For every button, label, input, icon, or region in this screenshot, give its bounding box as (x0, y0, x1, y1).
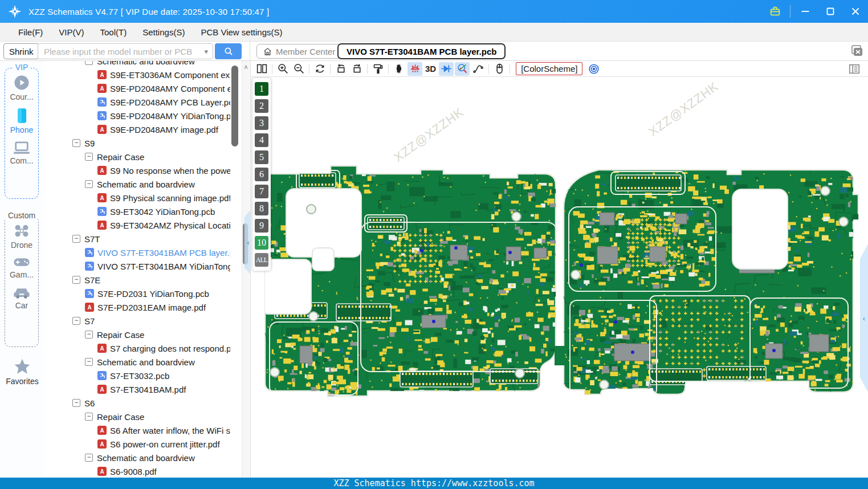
tree-scrollbar-thumb[interactable] (231, 66, 238, 146)
tree-item[interactable]: VIVO S7T-ET3041BAM PCB layer.pc (44, 246, 230, 259)
tree-item[interactable]: AS6-9008.pdf (44, 464, 230, 478)
minimize-button[interactable] (793, 0, 818, 23)
tree-item[interactable]: S9E-PD2048AMY YiDianTong.p (44, 109, 230, 123)
pcb-canvas[interactable]: XZZ@XZZHKXZZ@XZZHKXZZ@XZZHKXZZ@XZZHK (251, 77, 868, 478)
measure-probe-icon[interactable] (455, 62, 470, 76)
split-view-icon[interactable] (254, 62, 269, 76)
active-pcb-tab[interactable]: VIVO S7T-ET3041BAM PCB layer.pcb (337, 43, 506, 59)
tree-item-label: S7 (84, 316, 95, 326)
refresh-view-icon[interactable] (312, 62, 327, 76)
curve-tool-icon[interactable] (471, 62, 486, 76)
tree-item-label: Repair Case (97, 330, 144, 340)
layer-button-6[interactable]: 6 (255, 168, 268, 181)
paint-roller-icon[interactable] (370, 62, 385, 76)
tree-item[interactable]: VIVO S7T-ET3041BAM YiDianTong (44, 259, 230, 273)
menu-item-4[interactable]: PCB View settings(S) (193, 25, 290, 40)
tree-item[interactable]: −Repair Case (44, 328, 230, 341)
rotate-left-icon[interactable] (333, 62, 348, 76)
layer-button-4[interactable]: 4 (255, 133, 268, 147)
app-window: XZZ Schematics V4.77 [ VIP Due date: 202… (0, 0, 868, 489)
tree-item[interactable]: AS7-ET3041BAM.pdf (44, 382, 230, 396)
tree-item[interactable]: −Schematic and boardview (44, 177, 230, 191)
pcb-viewport[interactable]: XZZ@XZZHKXZZ@XZZHKXZZ@XZZHKXZZ@XZZHK 123… (251, 77, 868, 478)
tree-item[interactable]: −S9 (44, 136, 230, 150)
layer-button-1[interactable]: 1 (255, 82, 268, 96)
tree-item[interactable]: AS9 No response when the powe (44, 164, 230, 177)
menu-item-3[interactable]: Settings(S) (135, 25, 193, 40)
color-scheme-button[interactable]: [ColorScheme] (516, 62, 582, 75)
sidebar-item-drone[interactable]: Drone (5, 222, 38, 250)
tree-item[interactable]: AS7 charging does not respond.p (44, 341, 230, 355)
tree-item[interactable]: −Schematic and boardview (44, 61, 230, 68)
tree-item[interactable]: AS9E-PD2048AMY Component e (44, 82, 230, 95)
tree-item-label: S7E-PD2031EAM image.pdf (97, 303, 206, 312)
tree-item[interactable]: S7E-PD2031 YiDianTong.pcb (44, 287, 230, 300)
search-button[interactable] (215, 43, 242, 59)
tree-item[interactable]: AS9 Physical scanning image.pdf (44, 191, 230, 205)
tree-item[interactable]: AS9E-ET3036AM Component exp (44, 68, 230, 82)
member-center-button[interactable]: Member Center (256, 44, 341, 59)
sidebar-item-phone[interactable]: Phone (5, 107, 38, 135)
mouse-settings-icon[interactable] (492, 62, 507, 76)
layer-button-5[interactable]: 5 (255, 150, 268, 164)
tree-item[interactable]: −S7T (44, 232, 230, 246)
tree-item[interactable]: −Schematic and boardview (44, 451, 230, 464)
tree-item[interactable]: AS7E-PD2031EAM image.pdf (44, 300, 230, 314)
collapse-icon: − (85, 61, 93, 65)
sidebar-item-games[interactable]: Gam... (5, 255, 38, 279)
tree-item[interactable]: −S7E (44, 273, 230, 287)
eye-view-icon[interactable] (586, 62, 601, 76)
layer-panel-icon[interactable] (847, 62, 862, 76)
layer-button-2[interactable]: 2 (255, 99, 268, 113)
tree-item[interactable]: S9-ET3042 YiDianTong.pcb (44, 205, 230, 218)
layer-button-7[interactable]: 7 (255, 185, 268, 198)
sidebar-item-computer[interactable]: Com... (5, 140, 38, 165)
search-box[interactable]: ▾ (38, 43, 213, 59)
sidebar-item-favorites[interactable]: Favorites (0, 357, 44, 386)
sidebar-item-courses[interactable]: Cour... (5, 74, 38, 101)
maximize-button[interactable] (818, 0, 843, 23)
zoom-out-icon[interactable] (291, 62, 306, 76)
tree-item[interactable]: S7-ET3032.pcb (44, 369, 230, 382)
close-all-tabs-icon[interactable] (850, 45, 863, 58)
file-tree: −Schematic and boardviewAS9E-ET3036AM Co… (44, 61, 230, 478)
pdf-file-icon: A (97, 467, 107, 476)
tree-item-label: Schematic and boardview (97, 453, 195, 463)
layer-button-10[interactable]: 10 (255, 236, 268, 250)
tree-item[interactable]: −Schematic and boardview (44, 355, 230, 369)
scroll-up-arrow-icon[interactable]: ∧ (242, 63, 250, 71)
tree-item[interactable]: AS9E-PD2048AMY image.pdf (44, 123, 230, 136)
diode-direction-icon[interactable] (439, 62, 454, 76)
search-input[interactable] (38, 47, 204, 56)
tree-item[interactable]: S9E-PD2048AMY PCB Layer.pcb (44, 95, 230, 109)
collapse-icon: − (85, 331, 93, 339)
license-icon[interactable] (763, 0, 788, 23)
pdf-file-icon: A (97, 385, 107, 394)
mirror-flip-icon[interactable] (392, 62, 406, 76)
tree-item[interactable]: AS9-ET3042AMZ Physical Locatic (44, 218, 230, 232)
shrink-button[interactable]: Shrink (3, 43, 39, 59)
tree-item[interactable]: −S6 (44, 396, 230, 410)
tree-item-label: S9 No response when the powe (110, 166, 230, 176)
menu-item-0[interactable]: File(F) (10, 25, 51, 40)
tree-item[interactable]: −S7 (44, 314, 230, 328)
sidebar-item-car[interactable]: Car (5, 285, 38, 310)
tree-item[interactable]: AS6 power-on current jitter.pdf (44, 437, 230, 451)
layer-button-3[interactable]: 3 (255, 116, 268, 130)
chevron-down-icon[interactable]: ▾ (204, 47, 208, 56)
menu-item-1[interactable]: VIP(V) (51, 25, 92, 40)
tree-item[interactable]: −Repair Case (44, 150, 230, 164)
zoom-in-icon[interactable] (275, 62, 290, 76)
view-3d-button[interactable]: 3D (423, 64, 438, 74)
right-panel-collapse-handle[interactable]: ‹ (860, 244, 868, 392)
tree-item[interactable]: AS6 After water inflow, the WiFi s (44, 423, 230, 437)
rotate-right-icon[interactable] (349, 62, 364, 76)
layer-button-8[interactable]: 8 (255, 202, 268, 215)
layer-button-all[interactable]: ALL (255, 253, 268, 267)
close-button[interactable] (843, 0, 868, 23)
menu-item-2[interactable]: Tool(T) (92, 25, 135, 40)
status-text: XZZ Schematics https://www.xzztools.com (333, 478, 534, 488)
layer-button-9[interactable]: 9 (255, 219, 268, 233)
highlight-lamp-icon[interactable] (407, 62, 422, 76)
tree-item[interactable]: −Repair Case (44, 410, 230, 423)
